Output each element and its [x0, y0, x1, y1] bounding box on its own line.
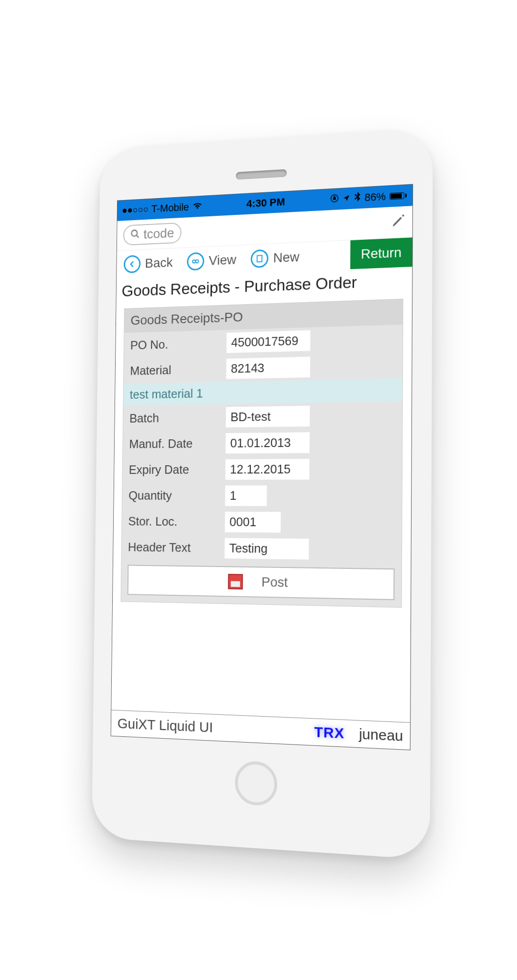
view-icon	[187, 252, 204, 271]
row-quantity: Quantity 1	[122, 482, 402, 509]
row-header-text: Header Text Testing	[122, 534, 402, 563]
label-po-no: PO No.	[130, 335, 221, 352]
server-name: juneau	[359, 725, 403, 744]
input-header-text[interactable]: Testing	[224, 538, 309, 559]
svg-rect-5	[257, 255, 262, 262]
back-arrow-icon	[124, 255, 141, 273]
row-expiry-date: Expiry Date 12.12.2015	[122, 455, 402, 483]
app-name: GuiXT Liquid UI	[118, 715, 213, 736]
goods-receipts-panel: Goods Receipts-PO PO No. 4500017569 Mate…	[121, 298, 403, 607]
input-quantity[interactable]: 1	[225, 485, 267, 506]
label-header-text: Header Text	[128, 540, 219, 555]
row-stor-loc: Stor. Loc. 0001	[122, 508, 401, 537]
edit-icon[interactable]	[391, 213, 406, 231]
carrier-label: T-Mobile	[151, 201, 189, 215]
svg-line-2	[136, 235, 139, 238]
svg-point-1	[131, 230, 137, 236]
input-batch[interactable]: BD-test	[226, 405, 310, 427]
view-label: View	[209, 252, 236, 268]
orientation-lock-icon	[330, 193, 339, 206]
return-label: Return	[361, 245, 401, 261]
new-doc-icon	[251, 249, 269, 268]
signal-icon	[123, 207, 148, 212]
label-stor-loc: Stor. Loc.	[128, 514, 218, 529]
save-disk-icon	[228, 574, 243, 590]
post-label: Post	[261, 574, 288, 590]
input-expiry-date[interactable]: 12.12.2015	[225, 459, 309, 480]
battery-icon	[389, 192, 407, 200]
trx-button[interactable]: TRX	[314, 723, 344, 742]
input-po-no[interactable]: 4500017569	[226, 330, 310, 353]
new-label: New	[273, 249, 299, 265]
return-button[interactable]: Return	[350, 237, 412, 269]
search-placeholder: tcode	[143, 225, 174, 242]
footer-bar: GuiXT Liquid UI TRX juneau	[111, 709, 410, 749]
back-button[interactable]: Back	[117, 248, 180, 278]
search-icon	[130, 227, 140, 242]
label-manuf-date: Manuf. Date	[129, 436, 219, 451]
svg-point-4	[196, 260, 199, 263]
row-manuf-date: Manuf. Date 01.01.2013	[123, 428, 402, 457]
location-icon	[342, 192, 350, 205]
tcode-search[interactable]: tcode	[123, 222, 181, 245]
back-label: Back	[145, 255, 173, 271]
home-button[interactable]	[235, 760, 278, 806]
input-manuf-date[interactable]: 01.01.2013	[225, 432, 309, 453]
label-expiry-date: Expiry Date	[129, 462, 219, 477]
clock: 4:30 PM	[247, 196, 285, 210]
input-stor-loc[interactable]: 0001	[225, 511, 281, 532]
new-button[interactable]: New	[244, 243, 307, 273]
label-quantity: Quantity	[129, 488, 219, 503]
wifi-icon	[193, 200, 203, 213]
bluetooth-icon	[354, 191, 361, 204]
battery-pct: 86%	[364, 190, 386, 204]
label-batch: Batch	[129, 410, 220, 425]
input-material[interactable]: 82143	[226, 356, 310, 379]
phone-mockup: T-Mobile 4:30 PM 86%	[92, 127, 433, 860]
post-button[interactable]: Post	[128, 565, 395, 600]
row-batch: Batch BD-test	[123, 401, 402, 431]
screen: T-Mobile 4:30 PM 86%	[111, 184, 413, 750]
view-button[interactable]: View	[180, 246, 244, 275]
label-material: Material	[130, 362, 220, 378]
phone-speaker	[236, 169, 287, 179]
